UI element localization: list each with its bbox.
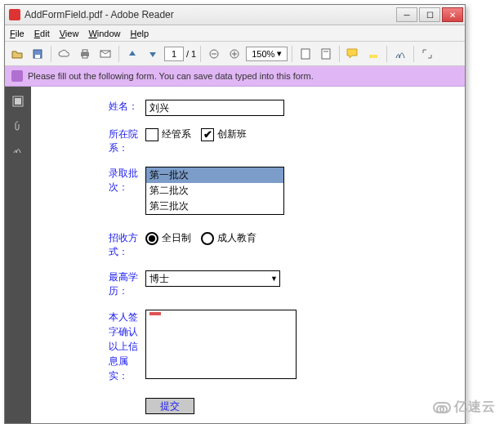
menu-file[interactable]: File: [10, 29, 25, 38]
tool-icon-1[interactable]: [297, 45, 314, 63]
mode-label: 招收方式：: [31, 231, 145, 259]
batch-option-3[interactable]: 第三批次: [146, 199, 283, 214]
titlebar: AddFormField.pdf - Adobe Reader ─ ☐ ✕: [5, 5, 465, 25]
chevron-down-icon: ▼: [270, 274, 278, 283]
minimize-button[interactable]: ─: [396, 7, 417, 22]
page-up-icon[interactable]: [123, 45, 141, 63]
notice-text: Please fill out the following form. You …: [28, 71, 314, 81]
dept-label: 所在院系：: [31, 127, 145, 155]
tool-icon-2[interactable]: [317, 45, 335, 63]
menu-help[interactable]: Help: [131, 29, 149, 38]
batch-option-1[interactable]: 第一批次: [146, 167, 283, 183]
menu-edit[interactable]: Edit: [34, 29, 50, 38]
batch-option-2[interactable]: 第二批次: [146, 183, 283, 199]
print-icon[interactable]: [76, 45, 94, 63]
page-down-icon[interactable]: [144, 45, 162, 63]
watermark-logo-icon: [433, 402, 451, 413]
caret-icon: [149, 312, 161, 315]
confirm-label: 本人签字确认以上信息属实：: [31, 310, 145, 383]
toolbar: / 1 150% ▾: [5, 42, 465, 66]
comment-icon[interactable]: [344, 45, 362, 63]
confirm-textarea[interactable]: [145, 310, 297, 379]
maximize-button[interactable]: ☐: [419, 7, 440, 22]
dept-checkbox-1[interactable]: 经管系: [145, 127, 191, 141]
svg-rect-12: [322, 49, 330, 59]
expand-icon[interactable]: [418, 45, 436, 63]
batch-listbox[interactable]: 第一批次 第二批次 第三批次: [145, 167, 284, 215]
open-icon[interactable]: [8, 45, 26, 63]
form-notice: Please fill out the following form. You …: [5, 66, 465, 87]
dept-checkbox-2[interactable]: ✔创新班: [201, 127, 247, 141]
svg-rect-11: [301, 49, 310, 59]
attachments-icon[interactable]: [11, 119, 25, 132]
svg-rect-14: [369, 55, 377, 58]
svg-rect-16: [15, 98, 21, 105]
app-window: AddFormField.pdf - Adobe Reader ─ ☐ ✕ Fi…: [4, 4, 466, 424]
name-input[interactable]: [145, 100, 284, 116]
edu-dropdown[interactable]: 博士▼: [145, 270, 280, 287]
edu-label: 最高学历：: [31, 270, 145, 298]
name-label: 姓名：: [31, 100, 145, 114]
batch-label: 录取批次：: [31, 167, 145, 194]
menu-view[interactable]: View: [60, 29, 79, 38]
mode-radio-2[interactable]: 成人教育: [201, 231, 256, 245]
cloud-icon[interactable]: [56, 45, 74, 63]
highlight-icon[interactable]: [364, 45, 382, 63]
signatures-icon[interactable]: [11, 144, 25, 157]
svg-rect-4: [83, 56, 87, 58]
save-icon[interactable]: [29, 45, 47, 63]
notice-icon: [11, 70, 23, 82]
mode-radio-1[interactable]: 全日制: [145, 231, 191, 245]
sidebar: [5, 87, 31, 423]
zoom-out-icon[interactable]: [205, 45, 223, 63]
pdf-page: 姓名： 所在院系： 经管系 ✔创新班 录取批次： 第一批次 第二批次: [31, 87, 465, 423]
svg-rect-1: [35, 55, 40, 58]
zoom-select[interactable]: 150% ▾: [246, 47, 288, 61]
page-number-input[interactable]: [164, 47, 184, 61]
app-icon: [9, 9, 20, 20]
svg-rect-3: [83, 50, 87, 52]
sign-icon[interactable]: [391, 45, 409, 63]
window-title: AddFormField.pdf - Adobe Reader: [25, 9, 396, 20]
menubar: File Edit View Window Help: [5, 25, 465, 42]
watermark: 亿速云: [433, 399, 496, 416]
menu-window[interactable]: Window: [88, 29, 120, 38]
close-button[interactable]: ✕: [442, 7, 463, 22]
submit-button[interactable]: 提交: [145, 398, 194, 414]
thumbnails-icon[interactable]: [11, 95, 25, 108]
mail-icon[interactable]: [96, 45, 114, 63]
zoom-in-icon[interactable]: [225, 45, 243, 63]
page-total: / 1: [186, 49, 196, 59]
